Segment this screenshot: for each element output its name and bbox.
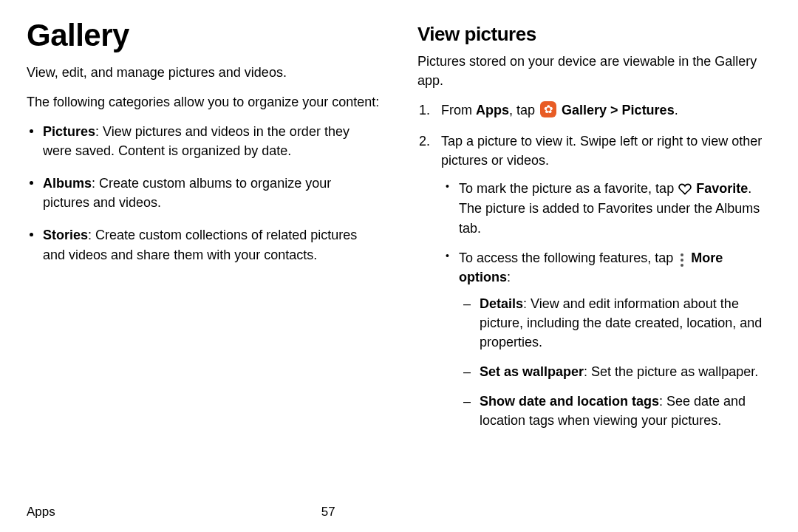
option-item: Set as wallpaper: Set the picture as wal… [480, 362, 771, 381]
category-list: Pictures: View pictures and videos in th… [27, 122, 381, 265]
more-post: : [507, 270, 511, 284]
option-item: Show date and location tags: See date an… [480, 392, 771, 430]
category-name: Stories [43, 228, 88, 242]
step1-post: . [675, 103, 678, 117]
step1-pre: From [441, 103, 476, 117]
step-1: From Apps, tap Gallery > Pictures. [441, 100, 771, 120]
option-name: Details [480, 296, 523, 311]
option-desc: : Set the picture as wallpaper. [584, 364, 758, 379]
category-item: Pictures: View pictures and videos in th… [43, 122, 381, 160]
option-item: Details: View and edit information about… [480, 294, 771, 352]
step1-pictures: Pictures [622, 103, 675, 117]
category-item: Albums: Create custom albums to organize… [43, 174, 381, 212]
left-column: Gallery View, edit, and manage pictures … [27, 13, 381, 532]
step1-gallery: Gallery [562, 103, 607, 117]
page: Gallery View, edit, and manage pictures … [0, 0, 798, 532]
footer-page-number: 57 [321, 503, 335, 522]
more-options-item: To access the following features, tap Mo… [459, 248, 771, 431]
option-name: Set as wallpaper [480, 364, 584, 379]
right-column: View pictures Pictures stored on your de… [417, 13, 771, 532]
step2-sublist: To mark the picture as a favorite, tap F… [441, 179, 771, 430]
more-pre: To access the following features, tap [459, 250, 677, 265]
step1-mid: , tap [509, 103, 539, 117]
section-title: View pictures [417, 21, 771, 49]
category-name: Pictures [43, 124, 95, 139]
category-item: Stories: Create custom collections of re… [43, 225, 381, 264]
favorite-item: To mark the picture as a favorite, tap F… [459, 179, 771, 237]
step1-apps: Apps [476, 103, 509, 117]
more-options-list: Details: View and edit information about… [459, 294, 771, 431]
footer: Apps 57 [27, 503, 771, 522]
gallery-intro: View, edit, and manage pictures and vide… [27, 63, 381, 82]
page-title: Gallery [27, 13, 381, 58]
option-name: Show date and location tags [480, 394, 659, 409]
fav-label: Favorite [696, 181, 748, 196]
gallery-lead: The following categories allow you to or… [27, 92, 381, 112]
step1-sep: > [607, 103, 622, 117]
step-2: Tap a picture to view it. Swipe left or … [441, 132, 771, 430]
section-intro: Pictures stored on your device are viewa… [417, 52, 771, 90]
more-options-icon [678, 253, 686, 267]
footer-section: Apps [27, 503, 55, 522]
category-desc: : Create custom collections of related p… [43, 228, 357, 262]
category-name: Albums [43, 176, 92, 191]
step2-text: Tap a picture to view it. Swipe left or … [441, 134, 762, 168]
gallery-icon [540, 101, 556, 117]
fav-pre: To mark the picture as a favorite, tap [459, 181, 678, 196]
heart-icon [678, 180, 692, 199]
steps-list: From Apps, tap Gallery > Pictures. Tap a… [417, 100, 771, 431]
